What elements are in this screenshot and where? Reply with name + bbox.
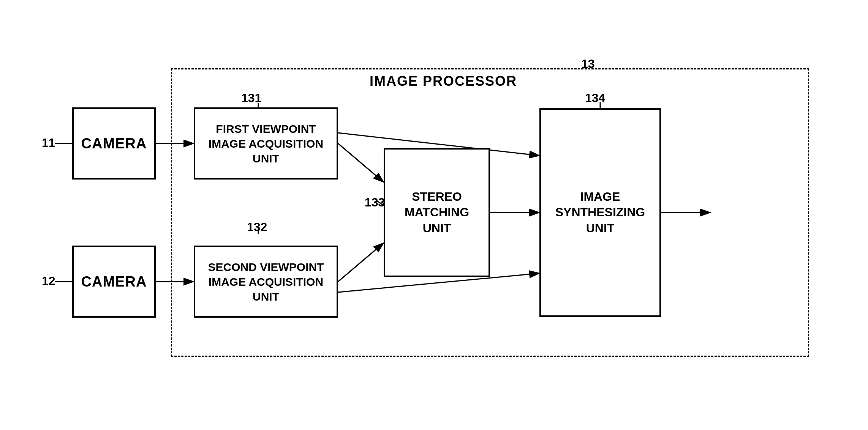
ref-132: 132 [247, 220, 267, 234]
acq2-box: SECOND VIEWPOINT IMAGE ACQUISITION UNIT [194, 246, 338, 318]
camera1-label: CAMERA [81, 135, 147, 152]
diagram-inner: IMAGE PROCESSOR 13 11 12 131 132 133 134… [34, 46, 832, 380]
acq1-label: FIRST VIEWPOINT IMAGE ACQUISITION UNIT [199, 121, 333, 166]
camera1-box: CAMERA [72, 107, 156, 180]
ref-133: 133 [365, 195, 385, 209]
stereo-box: STEREO MATCHING UNIT [384, 148, 490, 277]
ref-12: 12 [42, 274, 55, 288]
synth-label: IMAGE SYNTHESIZING UNIT [545, 189, 656, 236]
synth-box: IMAGE SYNTHESIZING UNIT [539, 108, 661, 317]
camera2-box: CAMERA [72, 246, 156, 318]
ref-131: 131 [241, 91, 261, 105]
ref-134: 134 [585, 91, 605, 105]
ref-13: 13 [581, 57, 595, 71]
acq2-label: SECOND VIEWPOINT IMAGE ACQUISITION UNIT [199, 260, 333, 304]
camera2-label: CAMERA [81, 274, 147, 290]
ref-11: 11 [42, 136, 55, 150]
acq1-box: FIRST VIEWPOINT IMAGE ACQUISITION UNIT [194, 107, 338, 180]
diagram-container: IMAGE PROCESSOR 13 11 12 131 132 133 134… [23, 30, 843, 395]
stereo-label: STEREO MATCHING UNIT [389, 189, 485, 236]
image-processor-label: IMAGE PROCESSOR [370, 73, 517, 89]
